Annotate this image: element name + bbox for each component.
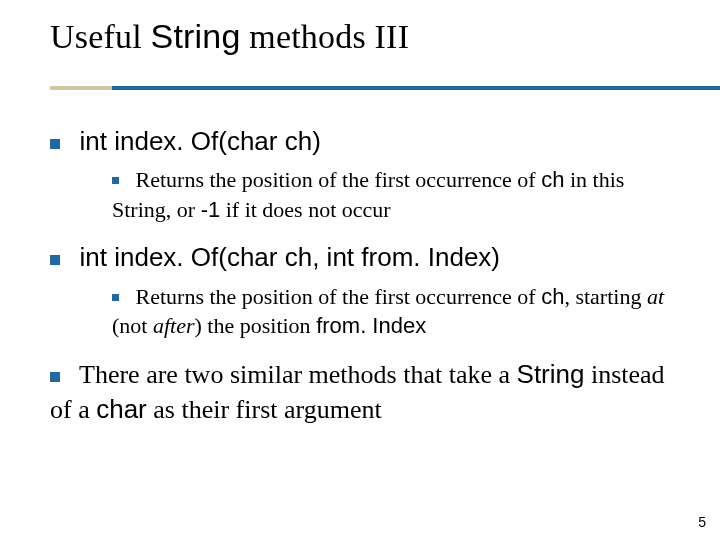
svg-rect-0 [50,86,112,90]
text: ) the position [195,313,317,338]
title-text-1: Useful [50,18,151,55]
bullet-2-sub: Returns the position of the first occurr… [112,282,670,341]
content: int index. Of(char ch) Returns the posit… [50,110,670,433]
inline-code: ch [541,167,564,192]
bullet-2: int index. Of(char ch, int from. Index) [50,240,670,275]
inline-code: char [96,394,147,424]
title-underline-icon [50,86,720,90]
title-block: Useful String methods III [50,16,670,58]
text: Returns the position of the first occurr… [136,167,542,192]
square-bullet-icon [50,139,60,149]
bullet-2-code: int index. Of(char ch, int from. Index) [80,242,501,272]
svg-rect-1 [112,86,720,90]
text: (not [112,313,153,338]
square-bullet-icon [50,255,60,265]
bullet-1-code: int index. Of(char ch) [80,126,321,156]
square-bullet-icon [50,372,60,382]
bullet-3: There are two similar methods that take … [50,357,670,427]
slide: Useful String methods III int index. Of(… [0,0,720,540]
slide-title: Useful String methods III [50,16,670,58]
square-bullet-icon [112,177,119,184]
text: Returns the position of the first occurr… [136,284,542,309]
inline-code: String [517,359,585,389]
title-text-2: methods III [241,18,410,55]
text: as their first argument [147,395,382,424]
italic: after [153,313,195,338]
text: , starting [564,284,647,309]
inline-code: -1 [201,197,221,222]
text: if it does not occur [220,197,390,222]
inline-code: from. Index [316,313,426,338]
inline-code: ch [541,284,564,309]
bullet-1-sub: Returns the position of the first occurr… [112,165,670,224]
square-bullet-icon [112,294,119,301]
text: There are two similar methods that take … [79,360,517,389]
bullet-1: int index. Of(char ch) [50,124,670,159]
italic: at [647,284,664,309]
page-number: 5 [698,514,706,530]
title-code: String [151,17,241,55]
